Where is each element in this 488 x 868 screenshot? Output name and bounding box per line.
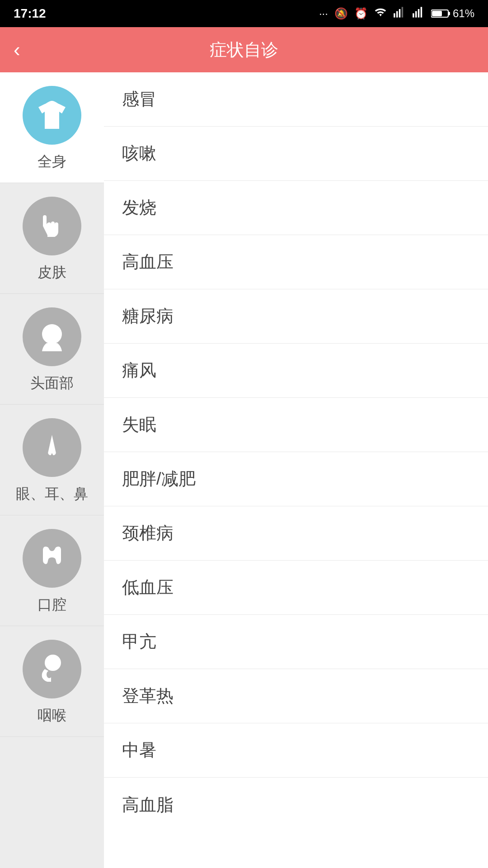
svg-rect-7 bbox=[421, 7, 422, 17]
list-item[interactable]: 糖尿病 bbox=[104, 289, 488, 344]
main-content: 全身 皮肤 头面部 bbox=[0, 72, 488, 868]
back-button[interactable]: ‹ bbox=[14, 38, 20, 61]
list-item-text: 发烧 bbox=[122, 196, 156, 219]
yenbi-icon-circle bbox=[23, 418, 81, 477]
sidebar-item-quanshen[interactable]: 全身 bbox=[0, 72, 104, 183]
kouqiang-icon-circle bbox=[23, 529, 81, 588]
throat-icon bbox=[34, 651, 70, 687]
list-item[interactable]: 失眠 bbox=[104, 398, 488, 452]
sidebar-item-toumianbu[interactable]: 头面部 bbox=[0, 294, 104, 405]
list-item-text: 中暑 bbox=[122, 739, 156, 762]
silent-icon: 🔕 bbox=[334, 7, 348, 20]
list-item-text: 肥胖/减肥 bbox=[122, 467, 196, 491]
list-item-text: 高血脂 bbox=[122, 793, 174, 816]
battery-icon: 61% bbox=[431, 7, 474, 20]
svg-rect-9 bbox=[448, 12, 450, 15]
sidebar-label-quanshen: 全身 bbox=[38, 152, 66, 172]
signal-icon bbox=[393, 6, 406, 21]
list-item[interactable]: 肥胖/减肥 bbox=[104, 452, 488, 506]
list-item[interactable]: 甲亢 bbox=[104, 615, 488, 669]
sidebar-item-yenbi[interactable]: 眼、耳、鼻 bbox=[0, 405, 104, 515]
svg-rect-10 bbox=[432, 11, 442, 16]
status-dots: ··· bbox=[319, 7, 328, 20]
header: ‹ 症状自诊 bbox=[0, 27, 488, 72]
status-icons: ··· 🔕 ⏰ 61% bbox=[319, 6, 474, 21]
list-item[interactable]: 高血脂 bbox=[104, 778, 488, 832]
status-bar: 17:12 ··· 🔕 ⏰ 61% bbox=[0, 0, 488, 27]
list-item-text: 咳嗽 bbox=[122, 142, 156, 165]
svg-point-12 bbox=[45, 655, 61, 671]
list-item[interactable]: 咳嗽 bbox=[104, 127, 488, 181]
sidebar-label-pifu: 皮肤 bbox=[38, 263, 66, 283]
wifi-icon bbox=[374, 6, 387, 21]
svg-rect-6 bbox=[418, 9, 420, 18]
svg-rect-3 bbox=[402, 7, 404, 17]
pifu-icon-circle bbox=[23, 197, 81, 255]
list-item-text: 颈椎病 bbox=[122, 522, 174, 545]
body-icon bbox=[34, 97, 70, 133]
list-item-text: 甲亢 bbox=[122, 630, 156, 653]
list-item-text: 糖尿病 bbox=[122, 305, 174, 328]
list-item-text: 痛风 bbox=[122, 359, 156, 382]
nose-icon bbox=[34, 429, 70, 466]
sidebar-label-kouqiang: 口腔 bbox=[38, 595, 66, 615]
svg-rect-5 bbox=[415, 11, 417, 18]
head-icon bbox=[34, 319, 70, 355]
list-item[interactable]: 感冒 bbox=[104, 72, 488, 127]
tooth-icon bbox=[34, 540, 70, 576]
list-item[interactable]: 高血压 bbox=[104, 235, 488, 289]
list-item-text: 感冒 bbox=[122, 88, 156, 111]
svg-rect-2 bbox=[399, 9, 401, 18]
svg-rect-0 bbox=[394, 13, 395, 17]
list-item-text: 登革热 bbox=[122, 684, 174, 708]
yanhou-icon-circle bbox=[23, 640, 81, 698]
list-item[interactable]: 发烧 bbox=[104, 181, 488, 235]
content-list: 感冒咳嗽发烧高血压糖尿病痛风失眠肥胖/减肥颈椎病低血压甲亢登革热中暑高血脂 bbox=[104, 72, 488, 868]
list-item-text: 失眠 bbox=[122, 413, 156, 436]
sidebar-label-toumianbu: 头面部 bbox=[30, 373, 74, 393]
quanshen-icon-circle bbox=[23, 86, 81, 145]
alarm-icon: ⏰ bbox=[354, 7, 368, 20]
list-item[interactable]: 中暑 bbox=[104, 723, 488, 778]
list-item[interactable]: 登革热 bbox=[104, 669, 488, 723]
svg-point-11 bbox=[42, 324, 62, 344]
list-item[interactable]: 低血压 bbox=[104, 561, 488, 615]
list-item-text: 低血压 bbox=[122, 576, 174, 599]
sidebar-label-yanhou: 咽喉 bbox=[38, 706, 66, 726]
sidebar-item-yanhou[interactable]: 咽喉 bbox=[0, 626, 104, 737]
svg-rect-1 bbox=[396, 11, 398, 18]
signal2-icon bbox=[412, 6, 425, 21]
page-title: 症状自诊 bbox=[210, 38, 278, 61]
list-item[interactable]: 痛风 bbox=[104, 344, 488, 398]
sidebar: 全身 皮肤 头面部 bbox=[0, 72, 104, 868]
status-time: 17:12 bbox=[14, 6, 46, 21]
list-item-text: 高血压 bbox=[122, 250, 174, 274]
list-item[interactable]: 颈椎病 bbox=[104, 506, 488, 561]
toumianbu-icon-circle bbox=[23, 307, 81, 366]
sidebar-item-pifu[interactable]: 皮肤 bbox=[0, 183, 104, 294]
sidebar-label-yenbi: 眼、耳、鼻 bbox=[16, 484, 88, 504]
sidebar-item-kouqiang[interactable]: 口腔 bbox=[0, 515, 104, 626]
svg-point-13 bbox=[47, 671, 52, 678]
svg-rect-4 bbox=[413, 13, 414, 17]
hand-icon bbox=[34, 208, 70, 244]
